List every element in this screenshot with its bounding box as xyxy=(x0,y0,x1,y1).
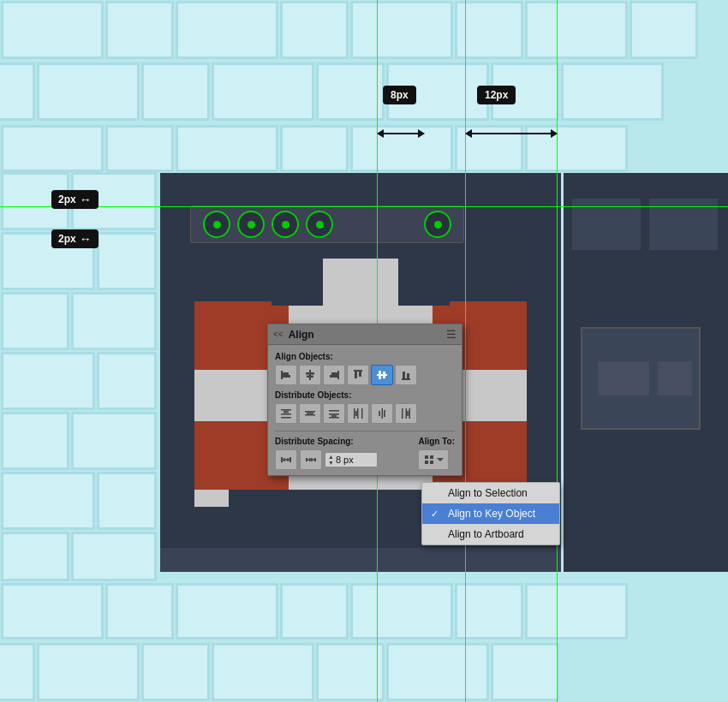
svg-rect-32 xyxy=(355,411,358,416)
dropdown-item-artboard-label: Align to Artboard xyxy=(448,528,524,540)
align-bottom-btn[interactable] xyxy=(395,365,417,385)
brick xyxy=(1,352,95,410)
svg-rect-53 xyxy=(430,461,433,464)
svg-rect-19 xyxy=(281,413,291,415)
spacing-input-wrap: ▲ ▼ xyxy=(325,452,378,467)
dist-right-btn[interactable] xyxy=(395,403,417,424)
svg-rect-22 xyxy=(305,411,315,413)
svg-rect-16 xyxy=(403,372,405,378)
measurement-badge-12px: 12px xyxy=(477,86,516,104)
measurement-badge-8px: 8px xyxy=(383,86,416,104)
align-center-h-btn[interactable] xyxy=(299,365,321,385)
dark-shape-top-right xyxy=(450,259,527,306)
dist-bottom-btn[interactable] xyxy=(323,403,345,424)
brick xyxy=(561,62,664,121)
svg-rect-45 xyxy=(306,458,307,461)
brick xyxy=(71,292,157,350)
dist-left-btn[interactable] xyxy=(347,403,369,424)
svg-rect-1 xyxy=(283,372,289,375)
svg-rect-51 xyxy=(430,455,433,459)
svg-rect-6 xyxy=(337,371,339,379)
toolbar-circle-5[interactable] xyxy=(424,211,451,238)
spacing-up-btn[interactable]: ▲ xyxy=(328,454,334,460)
brick-row-bottom-2 xyxy=(0,642,728,702)
svg-rect-37 xyxy=(406,408,408,419)
svg-rect-13 xyxy=(379,371,381,379)
toolbar-circle-1[interactable] xyxy=(203,211,230,238)
svg-rect-3 xyxy=(309,370,311,380)
brick xyxy=(97,472,157,530)
brick xyxy=(1,292,69,350)
svg-rect-24 xyxy=(307,413,313,415)
svg-rect-11 xyxy=(359,372,361,377)
side-badge-top-label: 2px xyxy=(58,193,76,205)
brick xyxy=(1,472,95,530)
brick xyxy=(105,583,174,640)
brick-row-left-7 xyxy=(0,531,158,582)
brick xyxy=(491,643,559,701)
svg-rect-31 xyxy=(361,408,363,419)
brick xyxy=(212,643,314,701)
side-badge-bottom-label: 2px xyxy=(58,233,76,245)
dropdown-item-key-object-label: Align to Key Object xyxy=(448,508,535,520)
svg-rect-50 xyxy=(425,455,428,459)
dist-center-v-btn[interactable] xyxy=(371,403,393,424)
guide-horizontal-1 xyxy=(0,206,728,207)
spacing-input[interactable] xyxy=(336,455,370,465)
svg-rect-29 xyxy=(354,408,355,419)
brick xyxy=(1,125,104,172)
side-badge-top: 2px ↔ xyxy=(51,190,98,209)
svg-rect-40 xyxy=(281,457,283,462)
align-center-v-btn[interactable] xyxy=(371,365,393,385)
toolbar-circle-3[interactable] xyxy=(272,211,299,238)
svg-rect-46 xyxy=(314,458,316,461)
panel-menu-btn[interactable]: ☰ xyxy=(446,328,456,341)
align-to-dropdown-btn[interactable] xyxy=(418,449,449,470)
brick xyxy=(350,583,453,640)
brick-row-3 xyxy=(0,124,728,174)
artboard-bottom-strip xyxy=(160,548,561,572)
dropdown-item-align-key-object[interactable]: ✓ Align to Key Object xyxy=(422,503,559,524)
svg-rect-39 xyxy=(407,411,409,416)
toolbar-strip xyxy=(190,205,464,243)
svg-rect-18 xyxy=(281,409,291,411)
svg-rect-28 xyxy=(331,413,337,417)
dist-center-h-btn[interactable] xyxy=(299,403,321,424)
brick xyxy=(280,583,349,640)
brick xyxy=(141,62,210,121)
dark-shape-top-left xyxy=(194,259,272,306)
svg-rect-10 xyxy=(355,372,357,378)
svg-rect-30 xyxy=(357,408,359,419)
svg-rect-27 xyxy=(329,417,339,419)
brick xyxy=(105,125,174,172)
svg-rect-25 xyxy=(329,410,339,412)
brick-row-2 xyxy=(0,62,728,122)
align-top-btn[interactable] xyxy=(347,365,369,385)
brick-row-left-5 xyxy=(0,411,158,471)
dropdown-item-align-selection[interactable]: Align to Selection xyxy=(422,483,559,503)
align-left-btn[interactable] xyxy=(275,365,297,385)
svg-rect-0 xyxy=(281,371,283,379)
svg-rect-14 xyxy=(383,372,385,378)
svg-rect-47 xyxy=(309,458,313,461)
dist-space-h-btn[interactable] xyxy=(275,449,297,470)
svg-marker-54 xyxy=(437,458,444,461)
dropdown-item-align-artboard[interactable]: Align to Artboard xyxy=(422,524,559,544)
spacing-down-btn[interactable]: ▼ xyxy=(328,460,334,466)
dist-space-use-btn[interactable] xyxy=(300,449,322,470)
checkmark-key-object: ✓ xyxy=(431,509,443,520)
panel-titlebar: << Align ☰ xyxy=(268,324,462,345)
toolbar-circle-4[interactable] xyxy=(306,211,333,238)
toolbar-circle-2[interactable] xyxy=(237,211,265,238)
align-right-btn[interactable] xyxy=(323,365,345,385)
brick xyxy=(105,1,174,59)
svg-rect-7 xyxy=(331,372,337,375)
svg-rect-17 xyxy=(407,373,409,378)
panel-collapse-btn[interactable]: << xyxy=(273,330,283,339)
brick xyxy=(0,643,35,701)
dist-top-btn[interactable] xyxy=(275,403,297,424)
align-to-section: Align To: xyxy=(418,437,455,470)
guide-vertical-3 xyxy=(557,0,558,702)
brick xyxy=(212,62,314,121)
align-to-dropdown-menu: Align to Selection ✓ Align to Key Object… xyxy=(421,482,560,545)
